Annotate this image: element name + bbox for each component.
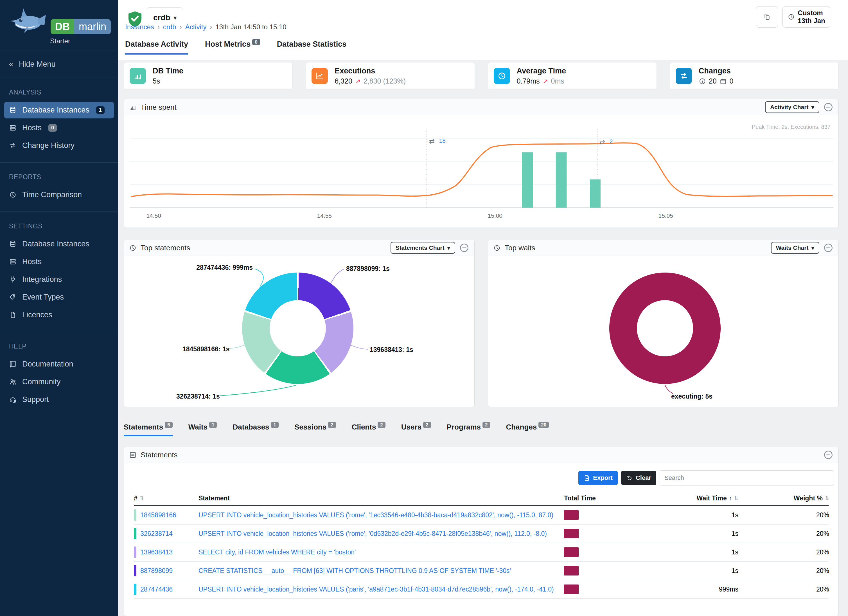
sidebar-item-integrations[interactable]: Integrations: [4, 271, 114, 288]
sidebar-item-change-history[interactable]: Change History: [4, 137, 114, 154]
statement-id-link[interactable]: 1845898166: [140, 511, 176, 519]
tab-database-activity[interactable]: Database Activity: [125, 40, 188, 55]
table-row: 1845898166 UPSERT INTO vehicle_location_…: [134, 506, 829, 525]
statement-id-link[interactable]: 887898099: [140, 567, 173, 574]
chart-button-label: Statements Chart: [396, 245, 445, 251]
chevron-down-icon: ▾: [811, 104, 814, 111]
sidebar-item-licences[interactable]: Licences: [4, 307, 114, 323]
column-total-time[interactable]: Total Time: [564, 494, 663, 502]
trend-up-icon: ↗: [355, 77, 361, 85]
sidebar-item-label: Support: [22, 395, 49, 404]
statement-id-link[interactable]: 287474436: [140, 586, 173, 593]
tab-database-statistics[interactable]: Database Statistics: [277, 40, 347, 55]
tab-clients[interactable]: Clients2: [352, 423, 385, 436]
sidebar-item-documentation[interactable]: Documentation: [4, 356, 114, 373]
plug-icon: [9, 276, 16, 283]
tab-badge: 1: [271, 422, 279, 428]
sidebar-item-hosts[interactable]: Hosts 0: [4, 120, 114, 136]
tab-waits[interactable]: Waits1: [188, 423, 217, 436]
top-waits-chart[interactable]: executing: 5s: [488, 256, 838, 407]
kpi-db-time: DB Time 5s: [124, 62, 293, 90]
clock-icon: [494, 68, 510, 84]
people-icon: [9, 378, 16, 386]
sidebar-section-help: HELP Documentation Community Support: [0, 332, 118, 416]
document-icon: [9, 311, 16, 319]
info-icon: [699, 78, 706, 85]
export-button[interactable]: Export: [578, 471, 618, 485]
executions-bar: [556, 152, 567, 208]
search-input[interactable]: [660, 470, 834, 485]
sidebar-section-analysis: ANALYSIS Database Instances 1 Hosts 0 Ch…: [0, 78, 118, 163]
list-icon: [129, 451, 136, 459]
kpi-changes: Changes 20 0: [670, 62, 839, 90]
breadcrumb-instances[interactable]: Instances: [125, 23, 154, 31]
sidebar-item-label: Database Instances: [22, 240, 89, 248]
tab-statements[interactable]: Statements5: [124, 423, 173, 436]
sidebar-item-support[interactable]: Support: [4, 391, 114, 408]
collapse-panel-icon[interactable]: [823, 102, 833, 112]
trend-up-icon: ↗: [543, 77, 548, 85]
tab-sessions[interactable]: Sessions2: [294, 423, 336, 436]
tab-programs[interactable]: Programs2: [447, 423, 490, 436]
sidebar-item-database-instances[interactable]: Database Instances 1: [4, 102, 114, 119]
collapse-panel-icon[interactable]: [823, 450, 833, 460]
brand-wordmark: DBmarlin: [50, 19, 111, 34]
statements-donut[interactable]: [242, 273, 353, 384]
section-title: SETTINGS: [0, 223, 118, 230]
statements-chart-dropdown[interactable]: Statements Chart ▾: [391, 242, 455, 254]
column-wait-time[interactable]: Wait Time↑⇅: [663, 494, 738, 502]
tab-databases[interactable]: Databases1: [233, 423, 279, 436]
time-spent-chart[interactable]: Peak Time: 2s, Executions: 837 ⇄ 18 ⇄ 2 …: [124, 115, 838, 228]
column-weight[interactable]: Weight %⇅: [738, 494, 829, 502]
section-title: REPORTS: [0, 173, 118, 181]
chevron-down-icon: ▾: [174, 14, 176, 21]
tab-users[interactable]: Users2: [401, 423, 431, 436]
breadcrumb-activity[interactable]: Activity: [185, 23, 206, 31]
change-annotation-icon: ⇄: [599, 138, 605, 146]
collapse-panel-icon[interactable]: [823, 243, 833, 253]
collapse-panel-icon[interactable]: [459, 243, 469, 253]
brand-db: DB: [50, 19, 74, 34]
statement-id-link[interactable]: 326238714: [140, 530, 173, 537]
statement-link[interactable]: SELECT city, id FROM vehicles WHERE city…: [199, 549, 356, 556]
brand-logo[interactable]: DBmarlin Starter: [0, 0, 118, 51]
sidebar-item-time-comparison[interactable]: Time Comparison: [4, 187, 114, 203]
sidebar-item-settings-hosts[interactable]: Hosts: [4, 254, 114, 270]
statement-id-link[interactable]: 139638413: [140, 549, 173, 556]
kpi-average-time: Average Time 0.79ms ↗ 0ms: [488, 62, 657, 90]
count-badge: 0: [48, 124, 57, 132]
column-num[interactable]: #⇅: [134, 494, 199, 502]
statement-color-chip: [134, 546, 136, 558]
waits-chart-dropdown[interactable]: Waits Chart ▾: [771, 242, 819, 254]
clear-button[interactable]: Clear: [621, 471, 656, 485]
statement-link[interactable]: UPSERT INTO vehicle_location_histories V…: [199, 530, 547, 537]
column-statement[interactable]: Statement: [199, 494, 564, 502]
time-range-button[interactable]: Custom 13th Jan: [783, 6, 830, 28]
hide-menu-button[interactable]: « Hide Menu: [0, 51, 118, 78]
statement-link[interactable]: UPSERT INTO vehicle_location_histories V…: [199, 511, 553, 519]
weight-value: 20%: [738, 511, 829, 519]
breadcrumb-current-range: 13th Jan 14:50 to 15:10: [215, 23, 286, 31]
activity-chart-dropdown[interactable]: Activity Chart ▾: [765, 101, 819, 113]
statement-link[interactable]: UPSERT INTO vehicle_location_histories V…: [199, 586, 554, 593]
panel-title: Time spent: [141, 103, 176, 112]
section-title: HELP: [0, 343, 118, 350]
statement-link[interactable]: CREATE STATISTICS __auto__ FROM [63] WIT…: [199, 567, 511, 574]
detail-tabs: Statements5 Waits1 Databases1 Sessions2 …: [124, 423, 839, 436]
sidebar-item-event-types[interactable]: Event Types: [4, 289, 114, 306]
pie-chart-icon: [129, 244, 136, 252]
waits-donut[interactable]: [609, 273, 721, 384]
sidebar-item-community[interactable]: Community: [4, 374, 114, 390]
tab-changes[interactable]: Changes20: [506, 423, 549, 436]
statement-color-chip: [134, 565, 136, 576]
sidebar-item-settings-database-instances[interactable]: Database Instances: [4, 236, 114, 252]
sidebar-item-label: Time Comparison: [22, 190, 82, 199]
copy-link-button[interactable]: [756, 6, 778, 28]
kpi-title: Changes: [699, 67, 734, 76]
breadcrumb-crdb[interactable]: crdb: [163, 23, 176, 31]
donut-label-139638413: 139638413: 1s: [370, 346, 413, 353]
tab-host-metrics[interactable]: Host Metrics0: [205, 40, 260, 55]
instance-name: crdb: [153, 13, 170, 22]
top-statements-chart[interactable]: 287474436: 999ms 887898099: 1s 139638413…: [124, 256, 474, 407]
sidebar-section-settings: SETTINGS Database Instances Hosts Integr…: [0, 212, 118, 332]
